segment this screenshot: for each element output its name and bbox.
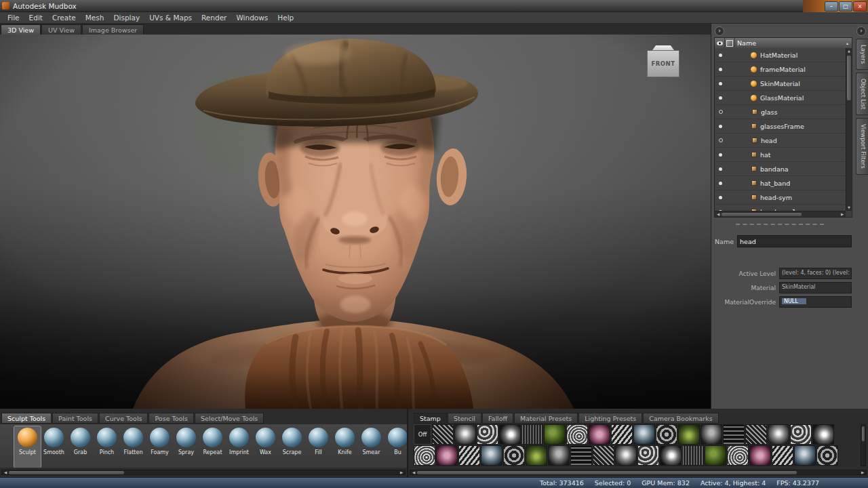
menu-item-edit[interactable]: Edit (24, 13, 47, 22)
tree-row-glassesframe[interactable]: glassesFrame (715, 119, 846, 134)
tool-flatten[interactable]: Flatten (120, 426, 146, 468)
sculpt-3d-model[interactable] (0, 35, 711, 409)
viewport-3d[interactable]: FRONT (0, 35, 711, 409)
visibility-dot[interactable] (719, 68, 722, 71)
stamp-thumbnail[interactable] (458, 445, 480, 466)
view-tab-image-browser[interactable]: Image Browser (82, 24, 144, 35)
tree-row-glassmaterial[interactable]: GlassMaterial (715, 91, 846, 105)
tool-imprint[interactable]: Imprint (226, 426, 252, 468)
panel-collapse-icon[interactable]: › (715, 26, 724, 36)
stamp-thumbnail[interactable] (593, 445, 614, 466)
horizontal-scroll-thumb[interactable] (722, 213, 802, 216)
visibility-dot[interactable] (719, 167, 722, 171)
tool-tab-select-move-tools[interactable]: Select/Move Tools (195, 413, 264, 424)
preset-tab-camera-bookmarks[interactable]: Camera Bookmarks (643, 413, 718, 424)
scroll-up-icon[interactable]: ▲ (846, 48, 852, 54)
viewcube[interactable]: FRONT (647, 45, 679, 77)
stamp-thumbnail[interactable] (611, 424, 633, 445)
stamp-thumbnail[interactable] (589, 424, 610, 445)
tree-row-hatmaterial[interactable]: HatMaterial (715, 48, 846, 62)
tool-knife[interactable]: Knife (332, 426, 358, 468)
presets-scrollbar[interactable]: ◀ ▶ (410, 470, 867, 475)
viewcube-top-face[interactable] (649, 45, 677, 50)
stamp-thumbnail[interactable] (660, 445, 682, 466)
stamp-thumbnail[interactable] (749, 445, 771, 466)
stamp-thumbnail[interactable] (701, 424, 722, 445)
menu-item-create[interactable]: Create (47, 13, 81, 22)
stamp-thumbnail[interactable] (812, 424, 834, 445)
tool-tab-paint-tools[interactable]: Paint Tools (52, 413, 98, 424)
viewcube-front-face[interactable]: FRONT (647, 50, 679, 77)
tool-bu[interactable]: Bu (384, 426, 407, 468)
tree-row-hat-band[interactable]: hat_band (715, 176, 846, 190)
tree-row-glass[interactable]: glass (715, 105, 846, 119)
tool-sculpt[interactable]: Sculpt (14, 426, 41, 468)
stamp-thumbnail[interactable] (499, 424, 521, 445)
tree-row-head-sym1[interactable]: head-sym1 (715, 205, 846, 211)
tool-tab-sculpt-tools[interactable]: Sculpt Tools (1, 413, 52, 424)
menu-item-help[interactable]: Help (273, 13, 298, 22)
visibility-dot[interactable] (719, 153, 722, 157)
visibility-dot[interactable] (719, 182, 722, 185)
preset-tab-material-presets[interactable]: Material Presets (514, 413, 578, 424)
tool-grab[interactable]: Grab (67, 426, 94, 468)
panel-resize-grip[interactable] (736, 224, 824, 225)
preset-tab-stencil[interactable]: Stencil (448, 413, 481, 424)
object-tree-header[interactable]: Name ▴ (715, 38, 852, 49)
tree-row-head[interactable]: head (715, 134, 846, 148)
tree-row-bandana[interactable]: bandana (715, 162, 846, 176)
visibility-column-header[interactable] (715, 38, 725, 48)
material-override-value[interactable]: NULL (779, 296, 852, 308)
scroll-left-icon[interactable]: ◀ (715, 212, 722, 216)
tree-row-head-sym[interactable]: head-sym (715, 190, 846, 205)
preset-tab-lighting-presets[interactable]: Lighting Presets (578, 413, 642, 424)
stamp-thumbnail[interactable] (705, 445, 726, 466)
side-tab-object-list[interactable]: Object List (856, 73, 868, 115)
stamp-thumbnail[interactable] (414, 445, 435, 466)
scroll-left-icon[interactable]: ◀ (410, 470, 417, 474)
scroll-left-icon[interactable]: ◀ (2, 470, 9, 474)
tool-tab-curve-tools[interactable]: Curve Tools (99, 413, 148, 424)
stamp-thumbnail[interactable] (816, 445, 838, 466)
visibility-dot[interactable] (719, 138, 723, 142)
menu-item-display[interactable]: Display (108, 13, 144, 22)
tree-horizontal-scrollbar[interactable]: ◀ ▶ (715, 211, 846, 217)
stamp-thumbnail[interactable] (768, 424, 789, 445)
title-bar[interactable]: Autodesk Mudbox – □ × (0, 0, 868, 12)
name-column-header[interactable]: Name (735, 39, 843, 47)
presets-scroll-thumb[interactable] (417, 471, 797, 474)
stamp-thumbnail[interactable] (521, 424, 543, 445)
stamps-scroll-thumb[interactable] (862, 426, 865, 441)
tool-wax[interactable]: Wax (252, 426, 279, 468)
minimize-button[interactable]: – (825, 1, 838, 12)
visibility-dot[interactable] (719, 54, 722, 57)
stamps-vertical-scrollbar[interactable] (861, 424, 866, 466)
stamp-thumbnail[interactable] (656, 424, 677, 445)
stamp-thumbnail[interactable] (454, 424, 476, 445)
stamp-thumbnail[interactable] (570, 445, 592, 466)
scroll-right-icon[interactable]: ▶ (859, 470, 866, 474)
menu-item-windows[interactable]: Windows (231, 13, 273, 22)
stamp-thumbnail[interactable] (481, 445, 502, 466)
scroll-right-icon[interactable]: ▶ (839, 212, 846, 216)
stamp-thumbnail[interactable] (503, 445, 525, 466)
tool-fill[interactable]: Fill (305, 426, 332, 468)
close-button[interactable]: × (853, 1, 867, 12)
tool-smooth[interactable]: Smooth (41, 426, 67, 468)
menu-item-file[interactable]: File (3, 13, 24, 22)
view-tab-uv-view[interactable]: UV View (41, 24, 81, 35)
tools-scroll-thumb[interactable] (9, 471, 124, 474)
preset-tab-falloff[interactable]: Falloff (482, 413, 513, 424)
tool-tab-pose-tools[interactable]: Pose Tools (149, 413, 193, 424)
stamp-thumbnail[interactable] (548, 445, 570, 466)
visibility-dot[interactable] (719, 196, 722, 199)
name-input[interactable] (737, 235, 852, 247)
scroll-down-icon[interactable]: ▼ (846, 205, 852, 211)
material-value[interactable]: SkinMaterial (779, 282, 852, 293)
stamp-thumbnail[interactable] (615, 445, 637, 466)
tools-scrollbar[interactable]: ◀ ▶ (1, 470, 406, 475)
sort-arrow-icon[interactable]: ▴ (843, 41, 852, 45)
tree-row-framematerial[interactable]: frameMaterial (715, 62, 846, 77)
stamp-thumbnail[interactable] (794, 445, 816, 466)
stamp-thumbnail[interactable] (436, 445, 458, 466)
